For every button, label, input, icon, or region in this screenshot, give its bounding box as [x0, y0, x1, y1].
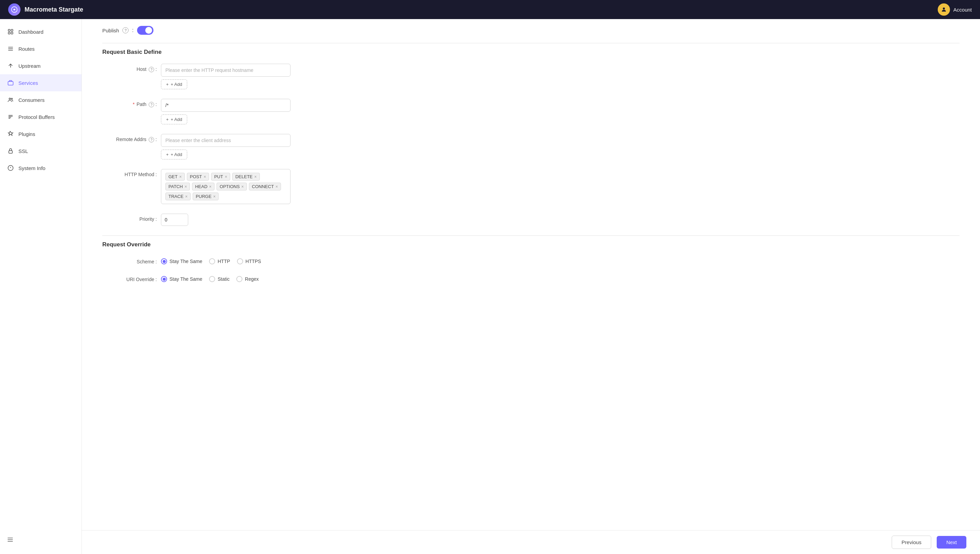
sidebar-item-upstream[interactable]: Upstream [0, 57, 81, 74]
previous-button[interactable]: Previous [892, 536, 931, 549]
scheme-option-http[interactable]: HTTP [209, 258, 230, 264]
uri-option-stay-the-same[interactable]: Stay The Same [161, 276, 202, 282]
remove-post-button[interactable]: × [204, 175, 206, 179]
plus-icon: + [166, 82, 169, 87]
sidebar-item-services[interactable]: Services [0, 74, 81, 91]
method-tag-trace: TRACE × [165, 193, 191, 201]
host-add-button[interactable]: + + Add [161, 80, 187, 89]
method-tags-container: GET × POST × PUT × DELETE × PATCH × HEAD… [161, 169, 290, 204]
plus-icon-remote: + [166, 152, 169, 157]
collapse-sidebar-button[interactable] [7, 536, 75, 544]
path-help-icon: ? [148, 102, 154, 107]
svg-rect-6 [8, 81, 13, 85]
form-row-remote-addrs: Remote Addrs ? : + + Add [102, 134, 959, 159]
path-label: * Path ? : [102, 99, 157, 107]
svg-point-7 [9, 98, 11, 100]
priority-controls [161, 213, 959, 226]
toggle-knob [145, 27, 152, 34]
host-controls: + + Add [161, 64, 959, 89]
remove-put-button[interactable]: × [225, 175, 227, 179]
sidebar-label-upstream: Upstream [18, 63, 41, 69]
content-scroll: Publish ? : Request Basic Define Host ? … [82, 19, 980, 530]
uri-option-regex[interactable]: Regex [236, 276, 259, 282]
publish-row: Publish ? : [102, 26, 959, 35]
ssl-icon [7, 147, 14, 155]
routes-icon [7, 45, 14, 53]
path-add-button[interactable]: + + Add [161, 115, 187, 124]
host-label: Host ? : [102, 64, 157, 72]
method-tag-put: PUT × [211, 173, 230, 181]
priority-input[interactable] [161, 213, 188, 226]
account-avatar [938, 3, 950, 16]
svg-rect-5 [11, 32, 13, 34]
method-tag-delete: DELETE × [232, 173, 260, 181]
app-logo [8, 3, 21, 16]
host-help-icon: ? [148, 67, 154, 72]
sidebar-label-services: Services [18, 80, 38, 86]
remove-delete-button[interactable]: × [254, 175, 257, 179]
sidebar-item-plugins[interactable]: Plugins [0, 126, 81, 142]
main-content: Publish ? : Request Basic Define Host ? … [82, 19, 980, 554]
remove-purge-button[interactable]: × [213, 194, 215, 199]
remove-patch-button[interactable]: × [185, 185, 187, 189]
scheme-radio-stay[interactable] [161, 258, 167, 264]
sidebar-label-ssl: SSL [18, 148, 28, 154]
services-icon [7, 79, 14, 86]
method-tag-options: OPTIONS × [217, 183, 247, 191]
section-title-request-basic: Request Basic Define [102, 49, 959, 56]
host-input[interactable] [161, 64, 290, 76]
override-divider [102, 236, 959, 236]
scheme-option-stay-the-same[interactable]: Stay The Same [161, 258, 202, 264]
section-title-request-override: Request Override [102, 241, 959, 248]
method-tag-patch: PATCH × [165, 183, 190, 191]
sidebar-label-dashboard: Dashboard [18, 29, 43, 35]
remove-head-button[interactable]: × [209, 185, 211, 189]
method-tag-post: POST × [187, 173, 209, 181]
remote-addrs-input[interactable] [161, 134, 290, 147]
next-button[interactable]: Next [937, 536, 966, 549]
method-tag-connect: CONNECT × [249, 183, 281, 191]
remove-options-button[interactable]: × [241, 185, 244, 189]
sidebar-item-system-info[interactable]: System Info [0, 159, 81, 177]
scheme-radio-group: Stay The Same HTTP HTTPS [161, 256, 959, 264]
system-info-icon [7, 164, 14, 172]
remove-connect-button[interactable]: × [276, 185, 278, 189]
app-title: Macrometa Stargate [24, 6, 938, 13]
scheme-radio-http[interactable] [209, 258, 215, 264]
sidebar-item-dashboard[interactable]: Dashboard [0, 23, 81, 40]
method-tag-head: HEAD × [192, 183, 214, 191]
sidebar-label-routes: Routes [18, 46, 35, 52]
remote-addrs-controls: + + Add [161, 134, 959, 159]
upstream-icon [7, 62, 14, 70]
scheme-option-https[interactable]: HTTPS [237, 258, 261, 264]
scheme-controls: Stay The Same HTTP HTTPS [161, 256, 959, 264]
uri-override-radio-group: Stay The Same Static Regex [161, 274, 959, 282]
sidebar-label-consumers: Consumers [18, 97, 45, 103]
account-menu[interactable]: Account [938, 3, 972, 16]
method-tag-purge: PURGE × [193, 193, 219, 201]
uri-override-controls: Stay The Same Static Regex [161, 274, 959, 282]
uri-radio-regex[interactable] [236, 276, 243, 282]
uri-option-static[interactable]: Static [209, 276, 230, 282]
svg-rect-9 [9, 151, 13, 153]
svg-point-8 [11, 98, 13, 99]
sidebar-item-consumers[interactable]: Consumers [0, 91, 81, 108]
scheme-radio-https[interactable] [237, 258, 243, 264]
remote-addrs-add-button[interactable]: + + Add [161, 150, 187, 159]
uri-radio-static[interactable] [209, 276, 215, 282]
sidebar-item-routes[interactable]: Routes [0, 40, 81, 57]
svg-rect-3 [11, 29, 13, 31]
path-input[interactable] [161, 99, 290, 112]
protocol-icon [7, 113, 14, 121]
sidebar-label-system-info: System Info [18, 165, 45, 171]
form-row-scheme: Scheme : Stay The Same HTTP [102, 256, 959, 264]
remove-trace-button[interactable]: × [185, 194, 188, 199]
remove-get-button[interactable]: × [179, 175, 182, 179]
remote-addrs-help-icon: ? [148, 137, 154, 142]
top-navigation: Macrometa Stargate Account [0, 0, 980, 19]
publish-toggle[interactable] [137, 26, 153, 35]
uri-radio-stay[interactable] [161, 276, 167, 282]
sidebar-item-ssl[interactable]: SSL [0, 142, 81, 159]
method-tag-get: GET × [165, 173, 185, 181]
sidebar-item-protocol-buffers[interactable]: Protocol Buffers [0, 108, 81, 126]
